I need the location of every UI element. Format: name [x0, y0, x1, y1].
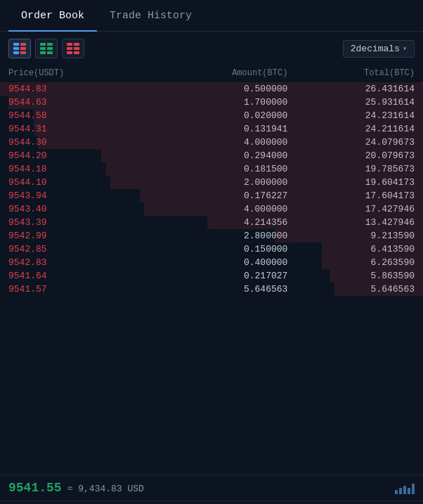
bar-chart-icon [395, 482, 415, 494]
table-row[interactable]: 9544.102.00000019.604173 [0, 176, 423, 189]
table-row[interactable]: 9544.180.18150019.785673 [0, 162, 423, 176]
sell-price: 9543.40 [8, 204, 161, 214]
sell-amount: 0.217027 [161, 271, 288, 281]
table-row[interactable]: 9544.304.00000024.079673 [0, 136, 423, 149]
current-price-bar: 9541.55 ≈ 9,434.83 USD [0, 474, 423, 501]
price-info: 9541.55 ≈ 9,434.83 USD [8, 481, 144, 495]
current-price-usd: ≈ 9,434.83 USD [67, 484, 144, 494]
bar5 [412, 484, 415, 494]
sell-price: 9542.85 [8, 244, 161, 254]
table-row[interactable]: 9544.631.70000025.931614 [0, 96, 423, 109]
sell-only-icon [67, 43, 79, 54]
sell-price: 9541.64 [8, 271, 161, 281]
bar4 [408, 488, 410, 494]
sell-amount: 0.150000 [161, 244, 288, 254]
sell-price: 9541.57 [8, 284, 161, 295]
tab-trade-history[interactable]: Trade History [97, 0, 204, 32]
sell-amount: 2.800000 [161, 231, 288, 241]
total-header: Total(BTC) [287, 68, 415, 78]
decimals-dropdown[interactable]: 2decimals ▾ [343, 40, 415, 58]
table-row[interactable]: 9543.394.21435613.427946 [0, 216, 423, 229]
tab-order-book[interactable]: Order Book [8, 0, 97, 32]
view-sell-button[interactable] [62, 39, 84, 58]
view-both-button[interactable] [8, 39, 31, 58]
toolbar: 2decimals ▾ [0, 32, 423, 65]
table-row[interactable]: 9542.992.8000009.213590 [0, 229, 423, 243]
column-headers: Price(USDT) Amount(BTC) Total(BTC) [0, 65, 423, 82]
current-price-value: 9541.55 [8, 481, 62, 495]
table-row[interactable]: 9544.830.50000026.431614 [0, 82, 423, 96]
amount-header: Amount(BTC) [161, 68, 288, 78]
price-header: Price(USDT) [8, 68, 161, 78]
bar1 [395, 490, 398, 494]
sell-orders-list: 9544.830.50000026.4316149544.631.7000002… [0, 82, 423, 472]
table-row[interactable]: 9543.940.17622717.604173 [0, 189, 423, 202]
bar2 [399, 488, 402, 494]
table-row[interactable]: 9544.580.02000024.231614 [0, 109, 423, 122]
table-row[interactable]: 9544.200.29400020.079673 [0, 149, 423, 162]
table-row[interactable]: 9541.640.2170275.863590 [0, 269, 423, 283]
view-buy-button[interactable] [35, 39, 58, 58]
sell-amount: 0.400000 [161, 257, 288, 268]
table-row[interactable]: 9543.404.00000017.427946 [0, 202, 423, 216]
chevron-down-icon: ▾ [403, 44, 407, 53]
buy-only-icon [40, 43, 53, 54]
sell-amount: 5.646563 [161, 284, 288, 295]
view-icons [8, 39, 84, 58]
sell-price: 9543.94 [8, 190, 161, 201]
sell-price: 9542.83 [8, 257, 161, 268]
decimals-label: 2decimals [351, 44, 400, 54]
sell-price: 9543.39 [8, 217, 161, 228]
sell-price: 9542.99 [8, 231, 161, 241]
tabs-bar: Order Book Trade History [0, 0, 423, 32]
bar3 [403, 486, 406, 494]
table-row[interactable]: 9541.575.6465635.646563 [0, 283, 423, 296]
table-row[interactable]: 9544.310.13194124.211614 [0, 122, 423, 136]
main-container: Order Book Trade History [0, 0, 423, 504]
table-row[interactable]: 9542.850.1500006.413590 [0, 243, 423, 256]
table-row[interactable]: 9542.830.4000006.263590 [0, 256, 423, 269]
both-sides-icon [13, 43, 26, 54]
